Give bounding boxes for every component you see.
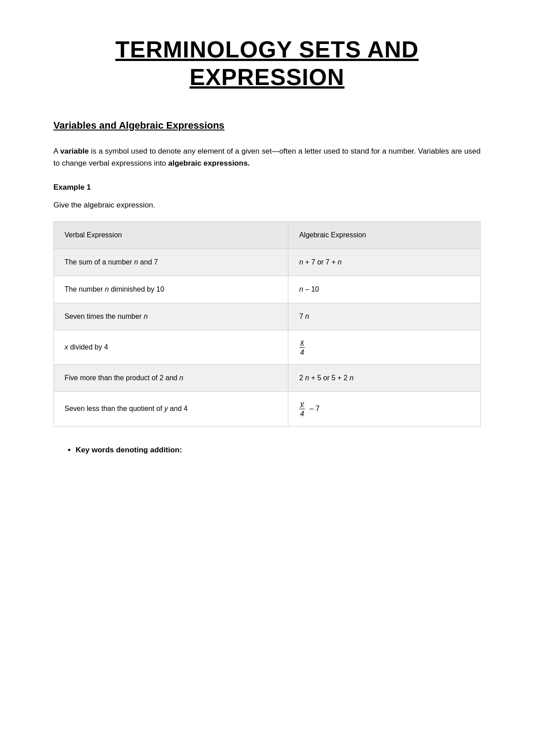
bullet-list: Key words denoting addition: (53, 444, 481, 456)
fraction-numerator: x (299, 338, 305, 348)
algebraic-cell: x 4 (288, 330, 481, 365)
variable-n: n (105, 285, 109, 293)
algebraic-cell: y 4 – 7 (288, 392, 481, 426)
algebraic-cell: n – 10 (288, 276, 481, 303)
table-row: Seven times the number n 7 n (54, 303, 481, 330)
fraction-numerator: y (299, 400, 305, 409)
fraction-suffix: – 7 (310, 405, 320, 412)
variable-n: n (179, 374, 183, 382)
table-row: x divided by 4 x 4 (54, 330, 481, 365)
verbal-cell: Seven less than the quotient of y and 4 (54, 392, 288, 426)
table-row: The sum of a number n and 7 n + 7 or 7 +… (54, 249, 481, 276)
table-row: Five more than the product of 2 and n 2 … (54, 365, 481, 392)
page-title: TERMINOLOGY SETS AND EXPRESSION (53, 36, 481, 91)
fraction-x-over-4: x 4 (299, 338, 305, 356)
variable-x: x (65, 343, 68, 351)
fraction-denominator: 4 (299, 409, 305, 418)
table-header-row: Verbal Expression Algebraic Expression (54, 222, 481, 249)
instruction-text: Give the algebraic expression. (53, 199, 481, 211)
example-label: Example 1 (53, 182, 481, 193)
bullet-item-addition: Key words denoting addition: (76, 444, 481, 456)
verbal-cell: x divided by 4 (54, 330, 288, 365)
verbal-cell: Five more than the product of 2 and n (54, 365, 288, 392)
algebraic-cell: n + 7 or 7 + n (288, 249, 481, 276)
table-row: The number n diminished by 10 n – 10 (54, 276, 481, 303)
verbal-cell: Seven times the number n (54, 303, 288, 330)
table-row: Seven less than the quotient of y and 4 … (54, 392, 481, 426)
title-line2: EXPRESSION (190, 64, 344, 90)
expression-table: Verbal Expression Algebraic Expression T… (53, 221, 481, 426)
verbal-cell: The sum of a number n and 7 (54, 249, 288, 276)
header-verbal: Verbal Expression (54, 222, 288, 249)
fraction-y-over-4: y 4 (299, 400, 305, 418)
title-line1: TERMINOLOGY SETS AND (115, 37, 419, 62)
variable-y: y (164, 405, 168, 412)
variable-n: n (144, 313, 148, 320)
section-heading: Variables and Algebraic Expressions (53, 118, 481, 133)
fraction-denominator: 4 (299, 348, 305, 357)
header-algebraic: Algebraic Expression (288, 222, 481, 249)
body-paragraph: A variable is a symbol used to denote an… (53, 145, 481, 169)
variable-n: n (134, 258, 138, 266)
algebraic-cell: 7 n (288, 303, 481, 330)
algebraic-cell: 2 n + 5 or 5 + 2 n (288, 365, 481, 392)
verbal-cell: The number n diminished by 10 (54, 276, 288, 303)
